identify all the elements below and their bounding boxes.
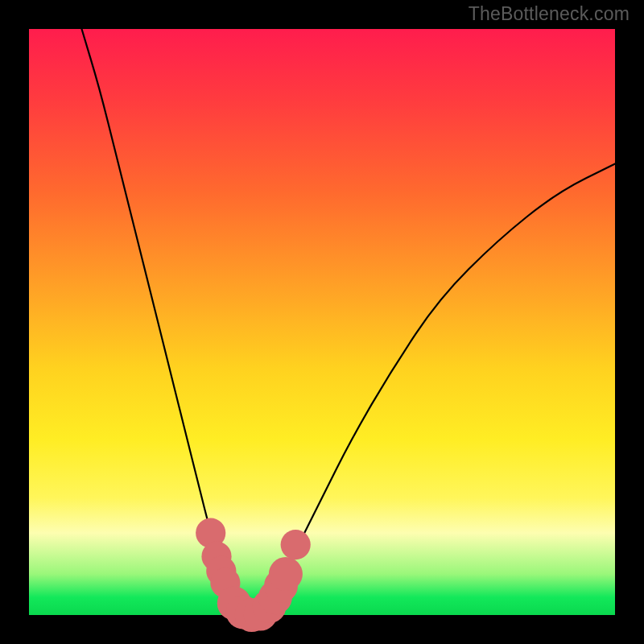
plot-area (29, 29, 615, 615)
marker-dot (269, 557, 303, 591)
bottleneck-curve (82, 29, 616, 613)
watermark-text: TheBottleneck.com (469, 3, 630, 25)
chart-svg (29, 29, 615, 615)
chart-stage: TheBottleneck.com (0, 0, 644, 644)
marker-group (196, 518, 311, 633)
marker-dot (281, 530, 311, 559)
